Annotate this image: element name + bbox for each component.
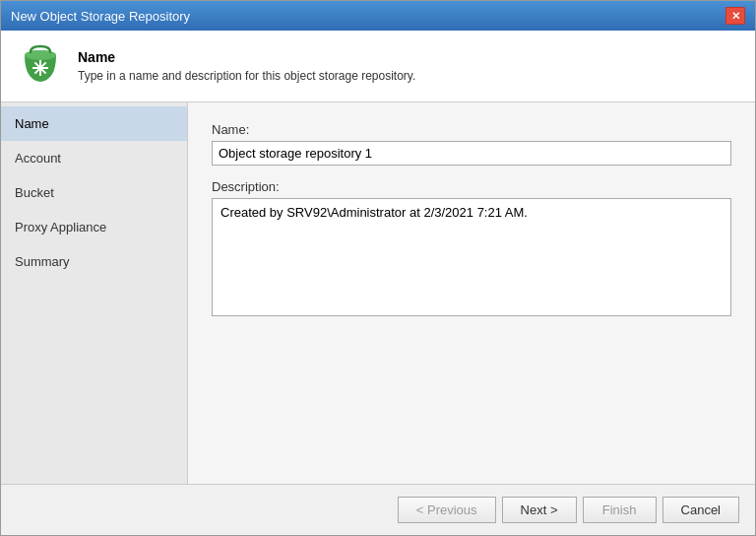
name-field-group: Name: bbox=[212, 122, 731, 166]
name-input[interactable] bbox=[212, 141, 731, 166]
dialog-window: New Object Storage Repository ✕ bbox=[0, 0, 756, 536]
header-panel: Name Type in a name and description for … bbox=[1, 31, 755, 102]
sidebar-item-summary[interactable]: Summary bbox=[1, 244, 187, 279]
next-button[interactable]: Next > bbox=[502, 497, 577, 523]
cancel-button[interactable]: Cancel bbox=[662, 497, 739, 523]
svg-point-6 bbox=[38, 66, 42, 70]
sidebar: Name Account Bucket Proxy Appliance Summ… bbox=[1, 102, 188, 484]
header-icon bbox=[17, 42, 64, 90]
description-field-group: Description: bbox=[212, 179, 731, 319]
header-title: Name bbox=[78, 49, 415, 65]
header-description: Type in a name and description for this … bbox=[78, 69, 415, 83]
dialog-title: New Object Storage Repository bbox=[11, 9, 190, 24]
main-content: Name: Description: bbox=[188, 102, 755, 484]
close-button[interactable]: ✕ bbox=[725, 7, 745, 25]
content-area: Name Account Bucket Proxy Appliance Summ… bbox=[1, 102, 755, 484]
header-text: Name Type in a name and description for … bbox=[78, 49, 415, 83]
sidebar-item-bucket[interactable]: Bucket bbox=[1, 175, 187, 210]
footer: < Previous Next > Finish Cancel bbox=[1, 484, 755, 535]
sidebar-item-account[interactable]: Account bbox=[1, 141, 187, 175]
description-textarea[interactable] bbox=[212, 198, 731, 316]
description-label: Description: bbox=[212, 179, 731, 194]
name-label: Name: bbox=[212, 122, 731, 137]
finish-button[interactable]: Finish bbox=[583, 497, 657, 523]
sidebar-item-name[interactable]: Name bbox=[1, 106, 187, 141]
previous-button[interactable]: < Previous bbox=[398, 497, 496, 523]
title-bar: New Object Storage Repository ✕ bbox=[1, 1, 755, 31]
sidebar-item-proxy-appliance[interactable]: Proxy Appliance bbox=[1, 210, 187, 244]
